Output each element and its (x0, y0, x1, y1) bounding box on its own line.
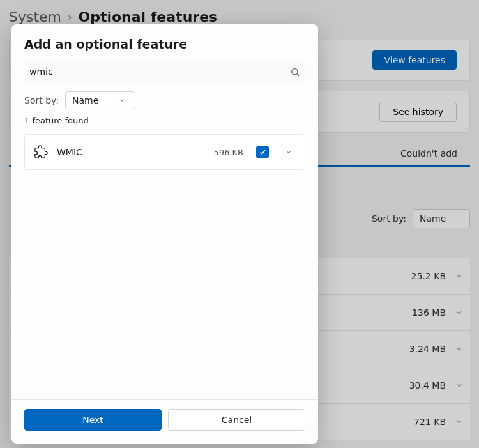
add-feature-dialog: Add an optional feature Sort by: Name 1 … (11, 24, 318, 444)
item-size: 25.2 KB (411, 271, 446, 281)
search-wrap (24, 61, 305, 82)
item-size: 30.4 MB (409, 380, 446, 390)
search-icon (290, 67, 300, 77)
sort-label: Sort by: (24, 95, 59, 105)
breadcrumb-parent[interactable]: System (9, 9, 61, 25)
chevron-down-icon (455, 272, 464, 281)
sort-value: Name (420, 213, 446, 224)
item-size: 721 KB (414, 417, 446, 427)
sort-label: Sort by: (372, 213, 406, 224)
chevron-right-icon: › (68, 11, 72, 23)
sort-row: Sort by: Name (24, 91, 305, 109)
result-count: 1 feature found (24, 116, 305, 125)
item-size: 3.24 MB (409, 344, 446, 354)
view-features-button[interactable]: View features (372, 50, 457, 70)
chevron-down-icon (455, 417, 464, 426)
puzzle-icon (34, 145, 48, 159)
search-input[interactable] (24, 61, 305, 82)
chevron-down-icon (118, 96, 126, 105)
dialog-title: Add an optional feature (24, 37, 305, 51)
chevron-down-icon (455, 381, 464, 390)
chevron-down-icon (284, 148, 293, 157)
sort-dropdown[interactable]: Name (413, 209, 470, 228)
chevron-down-icon (455, 344, 464, 353)
dialog-footer: Next Cancel (11, 400, 318, 444)
feature-size: 596 KB (214, 148, 243, 157)
sort-value: Name (72, 95, 98, 105)
sort-dropdown[interactable]: Name (65, 91, 135, 109)
item-size: 136 MB (412, 307, 446, 318)
cancel-button[interactable]: Cancel (168, 409, 305, 431)
feature-name: WMIC (57, 147, 205, 157)
status-text: Couldn't add (400, 148, 457, 158)
feature-checkbox[interactable] (256, 146, 269, 158)
svg-line-1 (297, 74, 299, 76)
expand-button[interactable] (282, 145, 296, 159)
svg-point-0 (292, 68, 298, 74)
next-button[interactable]: Next (24, 409, 162, 431)
page-title: Optional features (78, 9, 217, 25)
chevron-down-icon (455, 308, 464, 317)
see-history-button[interactable]: See history (379, 102, 457, 122)
feature-row-wmic[interactable]: WMIC 596 KB (24, 134, 305, 170)
